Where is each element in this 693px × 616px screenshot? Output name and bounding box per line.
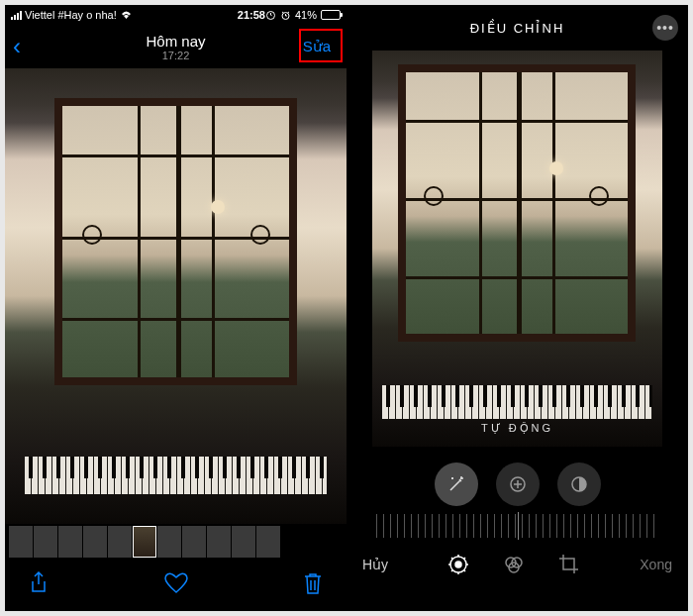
filters-tab-icon[interactable] <box>503 554 525 575</box>
battery-icon <box>321 10 341 20</box>
back-button[interactable]: ‹ <box>13 33 21 60</box>
share-icon[interactable] <box>27 571 50 595</box>
thumbnail[interactable] <box>34 526 57 558</box>
more-button[interactable]: ••• <box>652 15 678 41</box>
page-subtitle: 17:22 <box>146 50 205 61</box>
thumbnail[interactable] <box>108 526 132 558</box>
page-title: Hôm nay <box>146 33 205 50</box>
orientation-lock-icon <box>265 10 276 21</box>
thumbnail[interactable] <box>157 526 181 558</box>
photo-display[interactable] <box>5 68 346 524</box>
magic-wand-button[interactable] <box>435 462 478 506</box>
photo-editor-screen: ĐIỀU CHỈNH ••• TỰ ĐỘNG <box>346 5 688 611</box>
heart-icon[interactable] <box>164 571 188 595</box>
trash-icon[interactable] <box>301 571 325 595</box>
thumbnail[interactable] <box>182 526 206 558</box>
editor-title: ĐIỀU CHỈNH <box>470 21 565 36</box>
thumbnail-strip[interactable] <box>5 524 346 560</box>
exposure-button[interactable] <box>496 462 540 506</box>
adjustment-controls <box>346 462 688 506</box>
contrast-button[interactable] <box>557 462 601 506</box>
cancel-button[interactable]: Hủy <box>362 557 388 572</box>
nav-header: ‹ Hôm nay 17:22 Sửa <box>5 25 346 68</box>
svg-point-5 <box>455 562 461 567</box>
bottom-toolbar <box>5 560 346 607</box>
thumbnail[interactable] <box>256 526 280 558</box>
thumbnail[interactable] <box>232 526 255 558</box>
photo-viewer-screen: Viettel #Hay o nha! 21:58 41% ‹ Hôm nay … <box>5 5 346 611</box>
crop-tab-icon[interactable] <box>558 554 580 575</box>
status-time: 21:58 <box>238 9 265 21</box>
signal-icon <box>11 11 22 20</box>
thumbnail-active[interactable] <box>133 526 156 558</box>
edit-button[interactable]: Sửa <box>295 34 339 59</box>
thumbnail[interactable] <box>83 526 107 558</box>
adjustment-slider[interactable] <box>376 514 658 538</box>
adjust-tab-icon[interactable] <box>447 554 469 575</box>
editor-header: ĐIỀU CHỈNH ••• <box>346 5 688 51</box>
wifi-icon <box>120 10 133 20</box>
auto-label: TỰ ĐỘNG <box>481 422 553 435</box>
title-block: Hôm nay 17:22 <box>146 33 205 61</box>
editor-photo[interactable]: TỰ ĐỘNG <box>372 51 662 447</box>
thumbnail[interactable] <box>207 526 231 558</box>
editor-toolbar: Hủy Xong <box>346 538 688 591</box>
alarm-icon <box>280 10 291 21</box>
status-bar: Viettel #Hay o nha! 21:58 41% <box>5 5 346 25</box>
carrier-label: Viettel #Hay o nha! <box>25 9 117 21</box>
thumbnail[interactable] <box>9 526 33 558</box>
battery-percent: 41% <box>295 9 317 21</box>
done-button[interactable]: Xong <box>640 557 672 572</box>
thumbnail[interactable] <box>58 526 82 558</box>
